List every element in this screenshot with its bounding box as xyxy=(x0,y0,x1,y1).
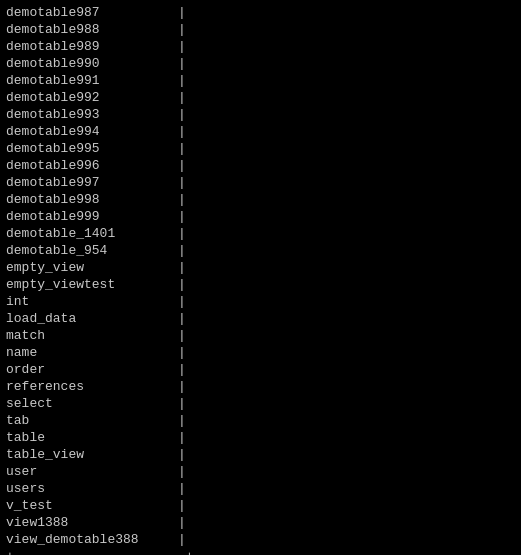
table-name-cell: demotable_1401 xyxy=(6,225,176,242)
table-sep-cell: | xyxy=(176,242,188,259)
table-row: v_test| xyxy=(6,497,515,514)
table-row: order| xyxy=(6,361,515,378)
table-row: demotable987| xyxy=(6,4,515,21)
table-sep-cell: | xyxy=(176,89,188,106)
table-name-cell: demotable990 xyxy=(6,55,176,72)
table-name-cell: demotable_954 xyxy=(6,242,176,259)
table-divider-bottom: +----------------------+ xyxy=(6,548,515,555)
table-name-cell: demotable992 xyxy=(6,89,176,106)
table-name-cell: demotable994 xyxy=(6,123,176,140)
table-sep-cell: | xyxy=(176,191,188,208)
table-row: table_view| xyxy=(6,446,515,463)
table-row: match| xyxy=(6,327,515,344)
table-row: empty_viewtest| xyxy=(6,276,515,293)
table-name-cell: demotable993 xyxy=(6,106,176,123)
table-row: demotable996| xyxy=(6,157,515,174)
table-row: name| xyxy=(6,344,515,361)
table-sep-cell: | xyxy=(176,361,188,378)
table-sep-cell: | xyxy=(176,446,188,463)
table-row: int| xyxy=(6,293,515,310)
table-row: user| xyxy=(6,463,515,480)
table-sep-cell: | xyxy=(176,259,188,276)
table-name-cell: name xyxy=(6,344,176,361)
table-sep-cell: | xyxy=(176,531,188,548)
table-name-cell: demotable996 xyxy=(6,157,176,174)
table-sep-cell: | xyxy=(176,327,188,344)
table-row: empty_view| xyxy=(6,259,515,276)
table-row: demotable994| xyxy=(6,123,515,140)
table-name-cell: demotable999 xyxy=(6,208,176,225)
table-row: select| xyxy=(6,395,515,412)
table-sep-cell: | xyxy=(176,225,188,242)
table-name-cell: user xyxy=(6,463,176,480)
table-sep-cell: | xyxy=(176,514,188,531)
table-name-cell: empty_viewtest xyxy=(6,276,176,293)
table-name-cell: demotable997 xyxy=(6,174,176,191)
table-sep-cell: | xyxy=(176,276,188,293)
table-name-cell: int xyxy=(6,293,176,310)
table-row: demotable989| xyxy=(6,38,515,55)
table-sep-cell: | xyxy=(176,293,188,310)
table-name-cell: demotable995 xyxy=(6,140,176,157)
table-sep-cell: | xyxy=(176,395,188,412)
table-name-cell: demotable991 xyxy=(6,72,176,89)
table-list: demotable987|demotable988|demotable989|d… xyxy=(6,4,515,548)
table-sep-cell: | xyxy=(176,208,188,225)
table-row: view_demotable388| xyxy=(6,531,515,548)
table-name-cell: table xyxy=(6,429,176,446)
table-sep-cell: | xyxy=(176,72,188,89)
table-row: references| xyxy=(6,378,515,395)
table-sep-cell: | xyxy=(176,123,188,140)
table-name-cell: order xyxy=(6,361,176,378)
table-sep-cell: | xyxy=(176,378,188,395)
table-name-cell: demotable989 xyxy=(6,38,176,55)
table-row: demotable999| xyxy=(6,208,515,225)
table-row: tab| xyxy=(6,412,515,429)
table-sep-cell: | xyxy=(176,4,188,21)
table-name-cell: demotable988 xyxy=(6,21,176,38)
table-row: demotable997| xyxy=(6,174,515,191)
table-name-cell: table_view xyxy=(6,446,176,463)
table-row: demotable990| xyxy=(6,55,515,72)
table-name-cell: tab xyxy=(6,412,176,429)
table-name-cell: demotable998 xyxy=(6,191,176,208)
table-sep-cell: | xyxy=(176,463,188,480)
table-name-cell: view_demotable388 xyxy=(6,531,176,548)
table-sep-cell: | xyxy=(176,38,188,55)
table-sep-cell: | xyxy=(176,106,188,123)
table-row: demotable_954| xyxy=(6,242,515,259)
table-name-cell: view1388 xyxy=(6,514,176,531)
table-name-cell: demotable987 xyxy=(6,4,176,21)
table-name-cell: v_test xyxy=(6,497,176,514)
table-sep-cell: | xyxy=(176,21,188,38)
table-sep-cell: | xyxy=(176,310,188,327)
table-sep-cell: | xyxy=(176,480,188,497)
table-row: demotable993| xyxy=(6,106,515,123)
table-sep-cell: | xyxy=(176,497,188,514)
table-row: demotable988| xyxy=(6,21,515,38)
table-row: table| xyxy=(6,429,515,446)
table-sep-cell: | xyxy=(176,157,188,174)
table-name-cell: references xyxy=(6,378,176,395)
table-row: demotable995| xyxy=(6,140,515,157)
table-sep-cell: | xyxy=(176,429,188,446)
table-name-cell: empty_view xyxy=(6,259,176,276)
table-name-cell: select xyxy=(6,395,176,412)
table-row: demotable992| xyxy=(6,89,515,106)
table-sep-cell: | xyxy=(176,412,188,429)
table-name-cell: users xyxy=(6,480,176,497)
table-row: view1388| xyxy=(6,514,515,531)
table-name-cell: load_data xyxy=(6,310,176,327)
table-row: demotable_1401| xyxy=(6,225,515,242)
table-name-cell: match xyxy=(6,327,176,344)
table-sep-cell: | xyxy=(176,344,188,361)
table-sep-cell: | xyxy=(176,140,188,157)
table-row: users| xyxy=(6,480,515,497)
table-sep-cell: | xyxy=(176,174,188,191)
table-row: demotable998| xyxy=(6,191,515,208)
table-row: demotable991| xyxy=(6,72,515,89)
table-row: load_data| xyxy=(6,310,515,327)
table-sep-cell: | xyxy=(176,55,188,72)
